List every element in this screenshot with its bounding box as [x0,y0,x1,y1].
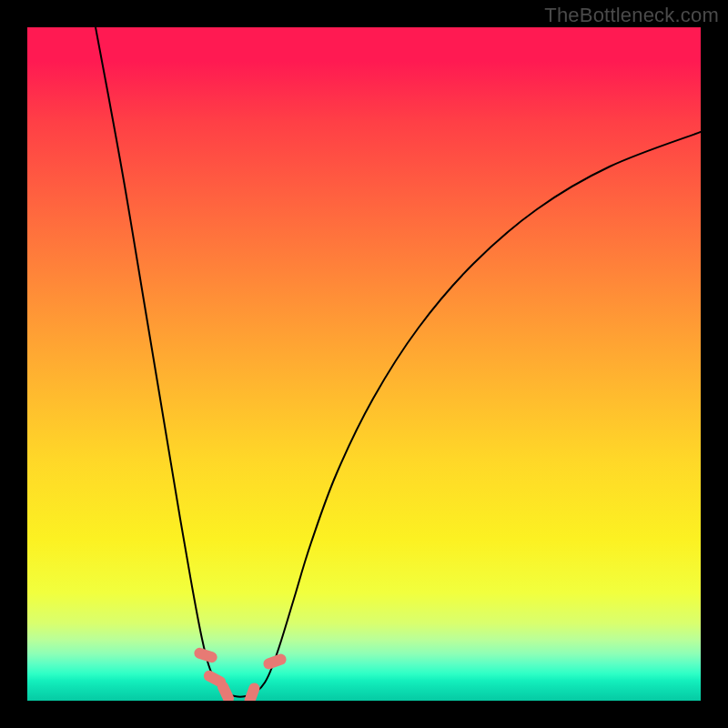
bottleneck-curve [96,27,701,697]
curve-layer [27,27,701,701]
watermark-text: TheBottleneck.com [544,4,719,27]
valley-marker [243,682,261,701]
valley-marker [262,652,288,671]
valley-marker [193,646,218,663]
chart-frame: TheBottleneck.com [0,0,728,728]
plot-area [27,27,701,701]
valley-markers [193,646,288,701]
